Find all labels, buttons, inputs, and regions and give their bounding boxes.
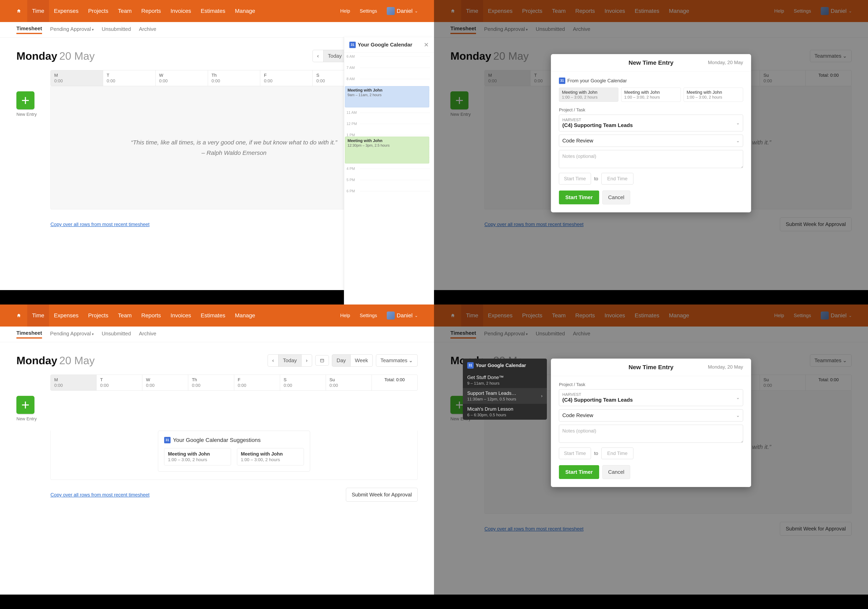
next-day-button[interactable]: ›: [301, 354, 312, 367]
week-cell-thu[interactable]: Th0:00: [208, 70, 260, 86]
home-icon[interactable]: [450, 313, 456, 318]
notes-input[interactable]: [559, 150, 743, 168]
nav-time[interactable]: Time: [461, 0, 483, 22]
calendar-chip[interactable]: Meeting with John1:00 – 3:00, 2 hours: [559, 87, 618, 102]
end-time-input[interactable]: [601, 447, 633, 459]
prev-day-button[interactable]: ‹: [313, 50, 324, 62]
subnav-timesheet[interactable]: Timesheet: [16, 25, 42, 34]
nav-invoices[interactable]: Invoices: [166, 0, 196, 22]
today-button[interactable]: Today: [278, 354, 301, 367]
nav-manage[interactable]: Manage: [230, 304, 260, 326]
suggestion-item[interactable]: Meeting with John1:00 – 3:00, 2 hours: [237, 448, 304, 465]
subnav-unsubmitted[interactable]: Unsubmitted: [536, 331, 565, 338]
nav-projects[interactable]: Projects: [83, 0, 113, 22]
week-cell[interactable]: W0:00: [142, 375, 188, 390]
nav-estimates[interactable]: Estimates: [630, 0, 664, 22]
today-button[interactable]: Today: [323, 50, 346, 62]
popover-item[interactable]: Get Stuff Done™9 – 11am, 2 hours: [463, 372, 547, 388]
nav-team[interactable]: Team: [547, 0, 570, 22]
nav-expenses[interactable]: Expenses: [483, 0, 517, 22]
nav-settings[interactable]: Settings: [789, 0, 816, 22]
week-cell[interactable]: M0:00: [51, 375, 96, 390]
nav-team[interactable]: Team: [113, 304, 136, 326]
subnav-archive[interactable]: Archive: [573, 331, 591, 338]
cancel-button[interactable]: Cancel: [602, 465, 630, 479]
week-cell-tue[interactable]: T0:00: [103, 70, 155, 86]
submit-week-button[interactable]: Submit Week for Approval: [346, 488, 418, 502]
nav-estimates[interactable]: Estimates: [196, 304, 230, 326]
user-menu[interactable]: Daniel⌄: [382, 312, 418, 320]
subnav-timesheet[interactable]: Timesheet: [450, 25, 476, 34]
nav-reports[interactable]: Reports: [570, 304, 600, 326]
nav-reports[interactable]: Reports: [136, 0, 166, 22]
nav-team[interactable]: Team: [113, 0, 136, 22]
submit-week-button[interactable]: Submit Week for Approval: [780, 218, 852, 231]
subnav-unsubmitted[interactable]: Unsubmitted: [536, 26, 565, 33]
subnav-unsubmitted[interactable]: Unsubmitted: [102, 26, 131, 33]
start-time-input[interactable]: [559, 173, 591, 185]
end-time-input[interactable]: [601, 173, 633, 185]
week-cell-wed[interactable]: W0:00: [155, 70, 208, 86]
popover-item[interactable]: Support Team Leads…11:30am – 12pm, 0.5 h…: [463, 388, 547, 404]
view-day-button[interactable]: Day: [332, 354, 350, 367]
nav-invoices[interactable]: Invoices: [600, 304, 630, 326]
subnav-unsubmitted[interactable]: Unsubmitted: [102, 331, 131, 338]
nav-time[interactable]: Time: [461, 304, 483, 326]
prev-day-button[interactable]: ‹: [268, 354, 279, 367]
nav-manage[interactable]: Manage: [664, 304, 694, 326]
teammates-dropdown[interactable]: Teammates ⌄: [376, 354, 418, 367]
subnav-pending[interactable]: Pending Approval: [484, 331, 528, 338]
nav-projects[interactable]: Projects: [517, 0, 547, 22]
subnav-archive[interactable]: Archive: [573, 26, 591, 33]
week-cell[interactable]: M0:00: [485, 70, 530, 86]
teammates-dropdown[interactable]: Teammates ⌄: [810, 50, 852, 62]
subnav-archive[interactable]: Archive: [139, 331, 157, 338]
copy-rows-link[interactable]: Copy over all rows from most recent time…: [484, 222, 584, 227]
view-week-button[interactable]: Week: [350, 354, 373, 367]
subnav-timesheet[interactable]: Timesheet: [16, 330, 42, 339]
teammates-dropdown[interactable]: Teammates ⌄: [810, 354, 852, 367]
suggestion-item[interactable]: Meeting with John1:00 – 3:00, 2 hours: [164, 448, 231, 465]
cancel-button[interactable]: Cancel: [602, 191, 630, 204]
nav-settings[interactable]: Settings: [355, 304, 382, 326]
nav-settings[interactable]: Settings: [355, 0, 382, 22]
nav-estimates[interactable]: Estimates: [196, 0, 230, 22]
nav-invoices[interactable]: Invoices: [600, 0, 630, 22]
week-cell[interactable]: S0:00: [280, 375, 326, 390]
subnav-timesheet[interactable]: Timesheet: [450, 330, 476, 339]
home-icon[interactable]: [450, 8, 456, 14]
nav-help[interactable]: Help: [335, 0, 355, 22]
nav-reports[interactable]: Reports: [136, 304, 166, 326]
nav-time[interactable]: Time: [27, 304, 49, 326]
project-select[interactable]: HARVEST(C4) Supporting Team Leads ⌄: [559, 115, 743, 131]
nav-time[interactable]: Time: [27, 0, 49, 22]
nav-help[interactable]: Help: [769, 0, 789, 22]
calendar-chip[interactable]: Meeting with John1:00 – 3:00, 2 hours: [621, 87, 680, 102]
copy-rows-link[interactable]: Copy over all rows from most recent time…: [50, 222, 150, 227]
popover-item[interactable]: Micah's Drum Lesson6 – 6:30pm, 0.5 hours: [463, 404, 547, 420]
nav-expenses[interactable]: Expenses: [49, 304, 83, 326]
week-cell-mon[interactable]: M0:00: [51, 70, 103, 86]
notes-input[interactable]: [559, 425, 743, 443]
close-icon[interactable]: ✕: [424, 41, 429, 48]
nav-estimates[interactable]: Estimates: [630, 304, 664, 326]
subnav-archive[interactable]: Archive: [139, 26, 157, 33]
calendar-picker-button[interactable]: [315, 355, 329, 366]
nav-reports[interactable]: Reports: [570, 0, 600, 22]
week-cell[interactable]: Th0:00: [188, 375, 234, 390]
home-icon[interactable]: [16, 313, 22, 318]
new-entry-button[interactable]: +: [16, 91, 34, 109]
task-select[interactable]: Code Review⌄: [559, 135, 743, 147]
nav-settings[interactable]: Settings: [789, 304, 816, 326]
nav-help[interactable]: Help: [769, 304, 789, 326]
submit-week-button[interactable]: Submit Week for Approval: [780, 522, 852, 536]
week-cell[interactable]: Su0:00: [760, 375, 806, 390]
subnav-pending[interactable]: Pending Approval: [484, 26, 528, 33]
start-timer-button[interactable]: Start Timer: [559, 191, 599, 204]
user-menu[interactable]: Daniel⌄: [816, 312, 852, 320]
copy-rows-link[interactable]: Copy over all rows from most recent time…: [50, 492, 150, 498]
week-cell[interactable]: F0:00: [234, 375, 280, 390]
nav-projects[interactable]: Projects: [517, 304, 547, 326]
nav-help[interactable]: Help: [335, 304, 355, 326]
nav-team[interactable]: Team: [547, 304, 570, 326]
